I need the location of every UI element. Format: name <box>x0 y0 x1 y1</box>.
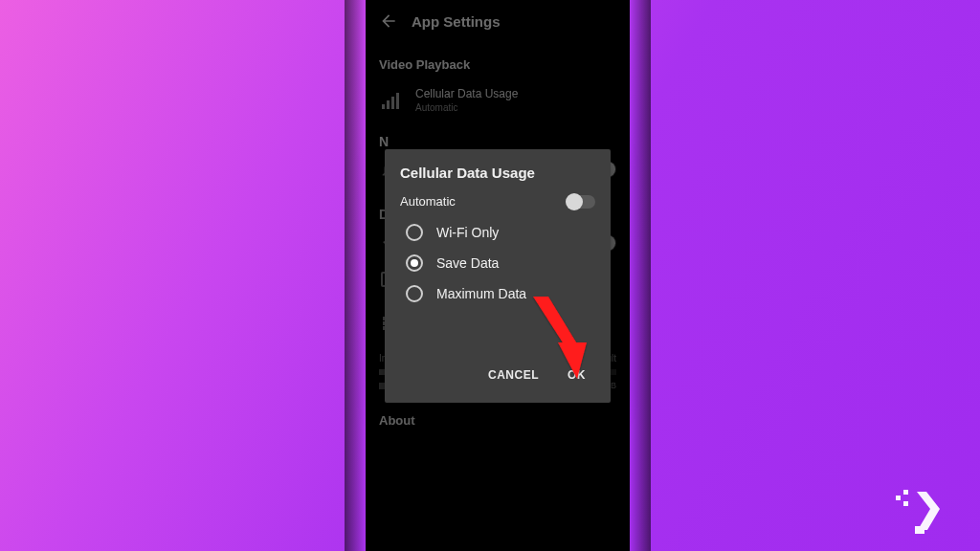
row-subtitle: Automatic <box>415 102 518 113</box>
automatic-label: Automatic <box>400 194 456 209</box>
radio-label: Maximum Data <box>436 286 526 301</box>
radio-label: Save Data <box>436 255 499 271</box>
cellular-data-usage-row[interactable]: Cellular Data Usage Automatic <box>366 77 630 122</box>
svg-rect-1 <box>387 100 390 109</box>
section-notifications: N <box>366 122 630 149</box>
svg-rect-13 <box>915 526 924 534</box>
svg-rect-2 <box>391 97 394 109</box>
radio-maximum-data[interactable]: Maximum Data <box>406 285 595 302</box>
ok-button[interactable]: OK <box>558 361 595 389</box>
radio-icon <box>406 224 423 241</box>
cancel-button[interactable]: CANCEL <box>479 361 548 389</box>
radio-icon <box>406 285 423 302</box>
automatic-toggle[interactable] <box>567 195 595 209</box>
svg-rect-0 <box>382 104 385 109</box>
signal-bars-icon <box>379 89 402 112</box>
svg-rect-3 <box>396 93 399 109</box>
dialog-title: Cellular Data Usage <box>400 165 595 181</box>
section-video-playback: Video Playback <box>366 40 630 77</box>
radio-wifi-only[interactable]: Wi-Fi Only <box>406 224 595 241</box>
radio-icon <box>406 254 423 272</box>
radio-save-data[interactable]: Save Data <box>406 254 595 272</box>
svg-rect-12 <box>903 501 908 506</box>
page-title: App Settings <box>412 13 501 30</box>
radio-label: Wi-Fi Only <box>436 225 499 240</box>
header: App Settings <box>366 0 630 40</box>
cellular-data-usage-dialog: Cellular Data Usage Automatic Wi-Fi Only… <box>385 149 611 403</box>
back-arrow-icon[interactable] <box>379 11 398 31</box>
row-title: Cellular Data Usage <box>415 87 518 100</box>
svg-rect-10 <box>896 496 901 500</box>
watermark-logo-icon <box>894 484 963 538</box>
svg-rect-11 <box>903 490 908 495</box>
